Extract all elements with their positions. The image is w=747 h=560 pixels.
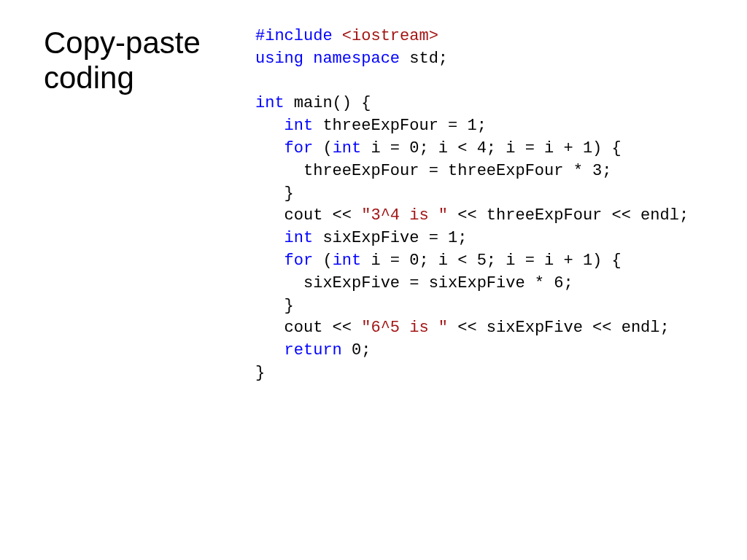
code-str2: "6^5 is " <box>361 319 448 337</box>
code-block: #include <iostream> using namespace std;… <box>255 26 689 385</box>
code-brace-close1: } <box>285 184 294 203</box>
code-for2-rest: i = 0; i < 5; i = i + 1) { <box>361 252 621 270</box>
code-cout1-b: << threeExpFour << endl; <box>448 206 689 225</box>
slide-title: Copy-paste coding <box>44 26 248 96</box>
code-kw-int2: int <box>285 117 314 135</box>
code-for2-open: ( <box>313 252 332 270</box>
code-kw-using: using <box>255 50 303 68</box>
title-line2: coding <box>44 61 134 95</box>
code-var-sef-decl: sixExpFive = 1; <box>313 229 467 247</box>
code-var-tef-decl: threeExpFour = 1; <box>313 117 487 135</box>
code-kw-int5: int <box>333 252 362 270</box>
code-cout2-b: << sixExpFive << endl; <box>448 319 670 337</box>
code-cout1-a: cout << <box>285 206 362 225</box>
code-ns-std: std; <box>400 50 448 68</box>
code-kw-return: return <box>285 341 342 359</box>
code-kw-for1: for <box>285 139 314 158</box>
code-ret-val: 0; <box>342 341 371 359</box>
code-for1-rest: i = 0; i < 4; i = i + 1) { <box>361 139 621 158</box>
code-sef-body: sixExpFive = sixExpFive * 6; <box>303 274 573 292</box>
code-kw-int1: int <box>255 94 285 112</box>
code-kw-int4: int <box>285 229 314 247</box>
code-str1: "3^4 is " <box>361 206 448 225</box>
code-for1-open: ( <box>313 139 332 158</box>
code-preproc-header: <iostream> <box>333 27 438 45</box>
code-cout2-a: cout << <box>285 319 362 337</box>
code-brace-close3: } <box>255 364 265 382</box>
code-kw-for2: for <box>285 252 314 270</box>
code-preproc-hash: #include <box>255 27 333 45</box>
code-tef-body: threeExpFour = threeExpFour * 3; <box>303 162 611 180</box>
title-line1: Copy-paste <box>44 26 201 60</box>
code-brace-close2: } <box>285 297 294 315</box>
code-kw-namespace: namespace <box>303 50 400 68</box>
code-kw-int3: int <box>333 139 362 158</box>
code-main-sig: main() { <box>285 94 371 112</box>
